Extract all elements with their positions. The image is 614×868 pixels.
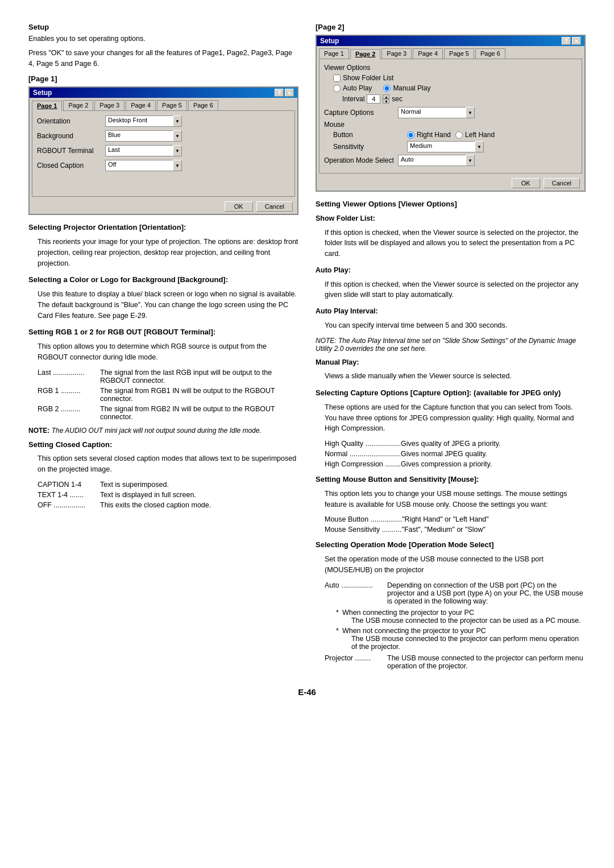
rgb-item-rgb2: RGB 2 .......... The signal from RGB2 IN… xyxy=(38,405,298,421)
sensitivity-select-wrapper: Medium ▼ xyxy=(407,141,577,152)
capture-arrow[interactable]: ▼ xyxy=(466,107,475,118)
auto-play-label: Auto Play xyxy=(343,84,372,92)
dialog1-tabs: Page 1 Page 2 Page 3 Page 4 Page 5 Page … xyxy=(30,98,297,110)
dialog1-close-btn[interactable]: × xyxy=(285,89,294,97)
show-folder-label: Show Folder List xyxy=(343,74,393,82)
dialog1-tab-page4[interactable]: Page 4 xyxy=(126,100,156,110)
interval-spinners: ▲ ▼ xyxy=(383,94,389,104)
left-note-label: NOTE: xyxy=(28,427,49,435)
page1-dialog: Setup ? × Page 1 Page 2 Page 3 Page 4 Pa… xyxy=(28,86,298,215)
auto-play-radio-group: Auto Play xyxy=(333,84,372,92)
interval-label: Interval xyxy=(342,95,364,103)
sensitivity-select[interactable]: Medium xyxy=(407,141,475,152)
dialog1-background-arrow[interactable]: ▼ xyxy=(173,130,182,142)
capture-item-hc: High Compression ........ Gives compress… xyxy=(325,460,586,468)
dialog1-rgbout-arrow[interactable]: ▼ xyxy=(173,145,182,156)
dialog1-caption-label: Closed Caption xyxy=(37,162,105,170)
background-heading: Selecting a Color or Logo for Background… xyxy=(28,275,228,284)
background-text: Use this feature to display a blue/ blac… xyxy=(28,289,298,321)
interval-input[interactable] xyxy=(367,94,380,104)
dialog1-caption-arrow[interactable]: ▼ xyxy=(173,160,182,171)
auto-play-heading: Auto Play: xyxy=(316,266,351,274)
dialog1-titlebar: Setup ? × xyxy=(30,88,297,98)
dialog1-row-orientation: Orientation Desktop Front ▼ xyxy=(37,115,290,127)
interval-row: Interval ▲ ▼ sec xyxy=(342,94,577,104)
caption-item-caption14: CAPTION 1-4 Text is superimposed. xyxy=(38,481,298,489)
dialog2-tab-page2[interactable]: Page 2 xyxy=(350,49,380,59)
dialog2-tab-page3[interactable]: Page 3 xyxy=(381,48,412,59)
sensitivity-arrow[interactable]: ▼ xyxy=(475,141,484,152)
dialog2-tab-page4[interactable]: Page 4 xyxy=(413,48,443,59)
left-hand-radio[interactable] xyxy=(455,131,463,139)
right-hand-radio[interactable] xyxy=(407,131,414,139)
setup-desc1: Enables you to set operating options. xyxy=(28,34,298,44)
sensitivity-label: Sensitivity xyxy=(333,143,407,151)
mouse-heading: Setting Mouse Button and Sensitivity [Mo… xyxy=(316,475,479,483)
projector-item: Projector ........ The USB mouse connect… xyxy=(325,654,586,670)
dialog2-tab-page1[interactable]: Page 1 xyxy=(319,48,349,59)
dialog2-tab-page6[interactable]: Page 6 xyxy=(475,48,505,59)
capture-item-normal: Normal .......................... Gives … xyxy=(325,450,586,458)
setup-heading: Setup xyxy=(28,23,298,31)
show-folder-checkbox[interactable] xyxy=(333,75,341,82)
capture-options-heading: Selecting Capture Options [Capture Optio… xyxy=(316,388,561,397)
interval-up-arrow[interactable]: ▲ xyxy=(383,94,389,99)
dialog1-body: Orientation Desktop Front ▼ Background B… xyxy=(32,110,295,197)
dialog1-ok-btn[interactable]: OK xyxy=(225,201,253,212)
left-hand-radio-group: Left Hand xyxy=(455,131,495,139)
dialog2-ok-btn[interactable]: OK xyxy=(512,178,540,188)
auto-bullet-1: * When connecting the projector to your … xyxy=(336,609,586,625)
dialog1-tab-page6[interactable]: Page 6 xyxy=(188,100,218,110)
dialog1-orientation-select[interactable]: Desktop Front xyxy=(105,115,173,127)
dialog2-titlebar: Setup ? × xyxy=(317,36,584,46)
auto-play-radio[interactable] xyxy=(333,85,341,92)
capture-options-label: Capture Options xyxy=(324,109,398,117)
button-row: Button Right Hand Left Hand xyxy=(333,131,577,139)
dialog2-cancel-btn[interactable]: Cancel xyxy=(544,178,580,188)
setup-desc2: Press "OK" to save your changes for all … xyxy=(28,48,298,69)
dialog1-help-btn[interactable]: ? xyxy=(275,89,284,97)
dialog1-tab-page1[interactable]: Page 1 xyxy=(32,101,62,111)
auto-play-interval-heading: Auto Play Interval: xyxy=(316,307,378,315)
rgb-item-last: Last ................ The signal from th… xyxy=(38,369,298,385)
auto-play-text: If this option is checked, when the View… xyxy=(316,279,586,301)
manual-play-text: Views a slide manually when the Viewer s… xyxy=(316,371,586,382)
dialog2-body: Viewer Options Show Folder List Auto Pla… xyxy=(319,59,582,173)
dialog2-tab-page5[interactable]: Page 5 xyxy=(444,48,474,59)
manual-play-radio-group: Manual Play xyxy=(383,84,430,92)
operation-select[interactable]: Auto xyxy=(398,155,466,166)
interval-down-arrow[interactable]: ▼ xyxy=(383,99,389,104)
manual-play-radio[interactable] xyxy=(383,85,391,92)
dialog2-help-btn[interactable]: ? xyxy=(562,37,571,45)
dialog1-rgbout-select[interactable]: Last xyxy=(105,145,173,156)
dialog1-orientation-select-wrapper: Desktop Front ▼ xyxy=(105,115,290,127)
operation-mode-heading: Selecting Operation Mode [Operation Mode… xyxy=(316,540,494,549)
dialog2-close-btn[interactable]: × xyxy=(572,37,581,45)
dialog1-background-select[interactable]: Blue xyxy=(105,130,173,142)
operation-mode-text: Set the operation mode of the USB mouse … xyxy=(316,554,586,576)
dialog1-tab-page3[interactable]: Page 3 xyxy=(94,100,125,110)
right-note: NOTE: The Auto Play Interval time set on… xyxy=(316,337,586,353)
capture-options-text: These options are used for the Capture f… xyxy=(316,402,586,434)
operation-item-auto: Auto ................ Depending on conne… xyxy=(325,581,586,605)
viewer-options-label: Viewer Options xyxy=(324,64,577,72)
dialog1-tab-page5[interactable]: Page 5 xyxy=(157,100,187,110)
operation-arrow[interactable]: ▼ xyxy=(466,155,475,166)
auto-bullet-2: * When not connecting the projector to y… xyxy=(336,627,586,651)
page2-label: [Page 2] xyxy=(316,23,586,31)
dialog1-caption-select[interactable]: Off xyxy=(105,160,173,171)
interval-unit: sec xyxy=(392,95,403,103)
dialog1-cancel-btn[interactable]: Cancel xyxy=(256,201,293,212)
orientation-text: This reorients your image for your type … xyxy=(28,237,298,268)
mouse-item-button: Mouse Button ................ "Right Han… xyxy=(325,515,586,523)
page2-dialog: Setup ? × Page 1 Page 2 Page 3 Page 4 Pa… xyxy=(316,35,586,192)
dialog1-orientation-arrow[interactable]: ▼ xyxy=(173,115,182,127)
dialog2-tabs: Page 1 Page 2 Page 3 Page 4 Page 5 Page … xyxy=(317,46,584,59)
dialog1-title: Setup xyxy=(33,89,52,97)
dialog2-title: Setup xyxy=(320,37,339,45)
capture-select[interactable]: Normal xyxy=(398,107,466,118)
page1-label: [Page 1] xyxy=(28,75,298,83)
capture-item-hq: High Quality .................. Gives qu… xyxy=(325,440,586,448)
dialog1-tab-page2[interactable]: Page 2 xyxy=(63,100,93,110)
manual-play-label: Manual Play xyxy=(393,84,430,92)
